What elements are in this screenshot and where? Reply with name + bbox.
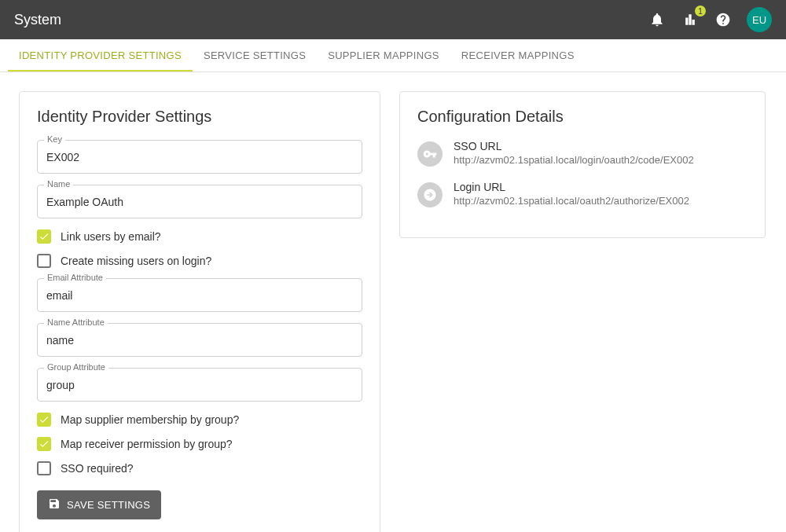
group-attr-label: Group Attribute bbox=[44, 362, 108, 372]
login-url-row: Login URL http://azvm02.1spatial.local/o… bbox=[417, 181, 747, 207]
settings-title: Identity Provider Settings bbox=[37, 108, 362, 126]
map-receiver-checkbox[interactable]: Map receiver permission by group? bbox=[37, 437, 362, 451]
group-attr-field[interactable] bbox=[37, 368, 362, 402]
sso-url-text: SSO URL http://azvm02.1spatial.local/log… bbox=[454, 140, 747, 166]
link-users-label: Link users by email? bbox=[61, 230, 161, 243]
arrow-right-icon bbox=[417, 182, 443, 207]
avatar[interactable]: EU bbox=[747, 7, 772, 32]
email-attr-label: Email Attribute bbox=[44, 273, 106, 282]
sso-required-label: SSO required? bbox=[61, 462, 134, 475]
name-attr-field[interactable] bbox=[37, 323, 362, 357]
checkbox-checked-icon bbox=[37, 413, 51, 427]
save-button-label: SAVE SETTINGS bbox=[67, 499, 150, 511]
name-attr-field-wrapper: Name Attribute bbox=[37, 323, 362, 357]
map-receiver-label: Map receiver permission by group? bbox=[61, 438, 233, 450]
tab-supplier-mappings[interactable]: SUPPLIER MAPPINGS bbox=[317, 39, 450, 72]
appbar-actions: 1 EU bbox=[648, 7, 772, 32]
sso-url-value: http://azvm02.1spatial.local/login/oauth… bbox=[454, 154, 747, 166]
tab-service-settings[interactable]: SERVICE SETTINGS bbox=[193, 39, 317, 72]
map-supplier-label: Map supplier membership by group? bbox=[61, 413, 239, 426]
key-field-wrapper: Key bbox=[37, 140, 362, 174]
notifications-icon[interactable] bbox=[648, 10, 667, 29]
stats-icon[interactable]: 1 bbox=[681, 10, 700, 29]
content: Identity Provider Settings Key Name Link… bbox=[0, 72, 786, 532]
name-field[interactable] bbox=[37, 185, 362, 218]
sso-url-row: SSO URL http://azvm02.1spatial.local/log… bbox=[417, 140, 747, 167]
map-supplier-checkbox[interactable]: Map supplier membership by group? bbox=[37, 413, 362, 427]
stats-badge: 1 bbox=[695, 6, 706, 17]
create-missing-checkbox[interactable]: Create missing users on login? bbox=[37, 254, 362, 268]
checkbox-checked-icon bbox=[37, 437, 51, 451]
tab-receiver-mappings[interactable]: RECEIVER MAPPINGS bbox=[450, 39, 586, 72]
save-icon bbox=[48, 497, 61, 512]
checkbox-checked-icon bbox=[37, 229, 51, 244]
help-icon[interactable] bbox=[714, 10, 733, 29]
sso-required-checkbox[interactable]: SSO required? bbox=[37, 461, 362, 475]
checkbox-unchecked-icon bbox=[37, 254, 51, 268]
name-label: Name bbox=[44, 179, 73, 189]
sso-url-label: SSO URL bbox=[454, 140, 747, 152]
group-attr-field-wrapper: Group Attribute bbox=[37, 368, 362, 402]
create-missing-label: Create missing users on login? bbox=[61, 255, 211, 267]
tab-identity-provider-settings[interactable]: IDENTITY PROVIDER SETTINGS bbox=[8, 39, 193, 72]
login-url-label: Login URL bbox=[454, 181, 747, 193]
key-label: Key bbox=[44, 134, 65, 144]
login-url-text: Login URL http://azvm02.1spatial.local/o… bbox=[454, 181, 747, 207]
key-field[interactable] bbox=[37, 140, 362, 174]
email-attr-field-wrapper: Email Attribute bbox=[37, 278, 362, 312]
save-button[interactable]: SAVE SETTINGS bbox=[37, 490, 161, 519]
link-users-checkbox[interactable]: Link users by email? bbox=[37, 229, 362, 244]
email-attr-field[interactable] bbox=[37, 278, 362, 312]
checkbox-unchecked-icon bbox=[37, 461, 51, 475]
login-url-value: http://azvm02.1spatial.local/oauth2/auth… bbox=[454, 195, 747, 207]
config-title: Configuration Details bbox=[417, 108, 747, 126]
key-icon bbox=[417, 141, 443, 167]
appbar: System 1 EU bbox=[0, 0, 786, 39]
config-card: Configuration Details SSO URL http://azv… bbox=[399, 91, 766, 238]
page-title: System bbox=[14, 12, 648, 28]
name-field-wrapper: Name bbox=[37, 185, 362, 218]
settings-card: Identity Provider Settings Key Name Link… bbox=[19, 91, 380, 532]
name-attr-label: Name Attribute bbox=[44, 317, 108, 327]
tabs: IDENTITY PROVIDER SETTINGS SERVICE SETTI… bbox=[0, 39, 786, 72]
